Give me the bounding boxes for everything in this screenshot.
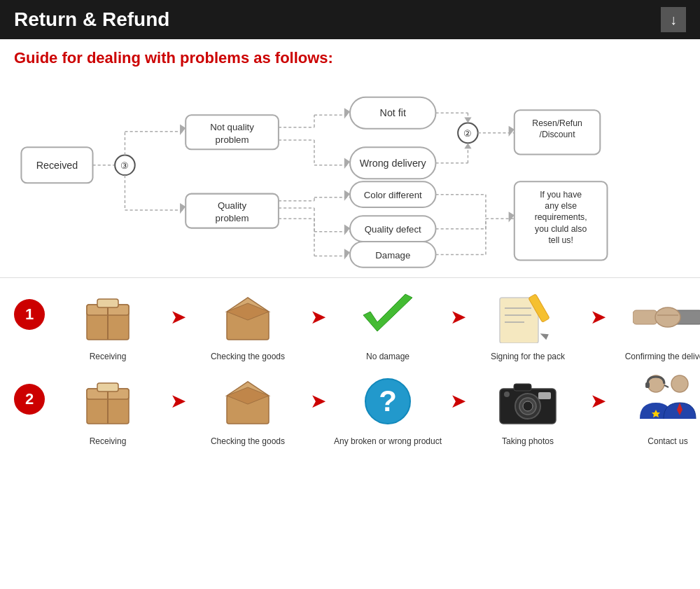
svg-point-110 xyxy=(671,375,688,392)
step-2-row: 2 Receiving ➤ xyxy=(14,370,686,448)
step-1-item-5: Confirming the delivery xyxy=(612,285,700,363)
step-1-label-5: Confirming the delivery xyxy=(625,351,700,363)
arrow-2-4: ➤ xyxy=(584,370,612,433)
step-1-number: 1 xyxy=(14,299,45,330)
question-mark-icon: ? xyxy=(346,370,430,433)
step-2-label-5: Contact us xyxy=(648,436,687,448)
svg-text:tell us!: tell us! xyxy=(548,235,573,245)
step-2-item-3: ? Any broken or wrong product xyxy=(332,370,444,448)
svg-text:Not fit: Not fit xyxy=(380,107,406,118)
step-1-item-3: No damage xyxy=(332,285,444,363)
svg-marker-36 xyxy=(344,225,350,235)
svg-marker-81 xyxy=(363,294,412,331)
svg-marker-24 xyxy=(344,158,350,169)
svg-text:Color different: Color different xyxy=(364,190,422,200)
handshake-icon xyxy=(626,285,700,348)
step-2-label-2: Checking the goods xyxy=(211,436,285,448)
down-arrow-icon: ↓ xyxy=(661,7,686,32)
svg-rect-105 xyxy=(514,384,531,391)
step-2-item-5: Contact us xyxy=(612,370,700,448)
svg-text:Received: Received xyxy=(36,160,78,171)
steps-area: 1 Receiving ➤ xyxy=(0,277,700,462)
arrow-1-2: ➤ xyxy=(304,285,332,348)
svg-marker-20 xyxy=(344,108,350,118)
step-1-item-4: Signing for the pack xyxy=(472,285,584,363)
header: Return & Refund ↓ xyxy=(0,0,700,39)
svg-text:/Discount: /Discount xyxy=(540,130,576,139)
checkmark-icon xyxy=(346,285,430,348)
svg-marker-63 xyxy=(509,212,514,222)
step-2-number: 2 xyxy=(14,384,45,415)
step-1-items: Receiving ➤ Checking the goods ➤ xyxy=(52,285,700,363)
step-1-label-3: No damage xyxy=(366,351,410,363)
svg-text:Quality defect: Quality defect xyxy=(365,224,421,235)
svg-marker-51 xyxy=(464,117,471,123)
svg-marker-56 xyxy=(509,126,514,137)
arrow-2-2: ➤ xyxy=(304,370,332,433)
step-1-item-2: Checking the goods xyxy=(192,285,304,363)
step-2-label-3: Any broken or wrong product xyxy=(334,436,442,448)
step-2-label-4: Taking photos xyxy=(502,436,554,448)
arrow-1-1: ➤ xyxy=(164,285,192,348)
svg-rect-77 xyxy=(97,299,118,307)
step-1-label-1: Receiving xyxy=(90,351,127,363)
arrow-2-1: ➤ xyxy=(164,370,192,433)
svg-point-90 xyxy=(655,307,680,327)
svg-text:Quality: Quality xyxy=(218,200,247,211)
svg-text:③: ③ xyxy=(120,160,129,171)
arrow-1-3: ➤ xyxy=(444,285,472,348)
svg-marker-87 xyxy=(540,330,551,340)
svg-text:any else: any else xyxy=(545,201,577,211)
contact-us-icon xyxy=(626,370,700,433)
step-2-item-1: Receiving xyxy=(52,370,164,448)
svg-rect-88 xyxy=(633,310,657,324)
camera-icon xyxy=(486,370,570,433)
svg-text:Wrong delivery: Wrong delivery xyxy=(360,158,427,169)
svg-rect-109 xyxy=(645,382,650,388)
arrow-2-3: ➤ xyxy=(444,370,472,433)
flow-diagram: Received ③ Not quality problem Quality p… xyxy=(0,74,700,277)
svg-text:?: ? xyxy=(379,384,397,417)
svg-marker-54 xyxy=(464,143,471,148)
svg-point-104 xyxy=(523,401,533,411)
step-1-label-4: Signing for the pack xyxy=(491,351,565,363)
svg-marker-32 xyxy=(344,190,350,201)
step-2-label-1: Receiving xyxy=(90,436,127,448)
svg-text:Resen/Refun: Resen/Refun xyxy=(532,118,582,128)
page-title: Return & Refund xyxy=(14,8,169,31)
flow-svg: Received ③ Not quality problem Quality p… xyxy=(7,74,693,270)
svg-marker-10 xyxy=(180,203,186,214)
svg-text:problem: problem xyxy=(216,213,249,223)
svg-rect-95 xyxy=(97,383,118,391)
svg-text:Damage: Damage xyxy=(375,250,410,261)
box-closed-icon xyxy=(66,285,150,348)
step-2-items: Receiving ➤ Checking the goods ➤ xyxy=(52,370,700,448)
box-open-2-icon xyxy=(206,370,290,433)
step-1-item-1: Receiving xyxy=(52,285,164,363)
step-2-item-2: Checking the goods xyxy=(192,370,304,448)
svg-rect-106 xyxy=(538,392,551,399)
svg-text:you cluld also: you cluld also xyxy=(535,224,587,234)
svg-text:②: ② xyxy=(463,128,472,139)
guide-title: Guide for dealing with problems as follo… xyxy=(0,39,700,74)
svg-marker-40 xyxy=(344,249,350,259)
step-2-item-4: Taking photos xyxy=(472,370,584,448)
svg-text:Not quality: Not quality xyxy=(210,122,254,132)
svg-text:requirements,: requirements, xyxy=(535,212,587,222)
svg-marker-9 xyxy=(180,125,186,135)
step-1-label-2: Checking the goods xyxy=(211,351,285,363)
svg-text:If you have: If you have xyxy=(540,190,582,200)
arrow-1-4: ➤ xyxy=(584,285,612,348)
pencil-sign-icon xyxy=(486,285,570,348)
svg-text:problem: problem xyxy=(216,134,249,145)
step-1-row: 1 Receiving ➤ xyxy=(14,285,686,363)
box-closed-2-icon xyxy=(66,370,150,433)
box-open-icon xyxy=(206,285,290,348)
svg-point-107 xyxy=(504,391,510,397)
